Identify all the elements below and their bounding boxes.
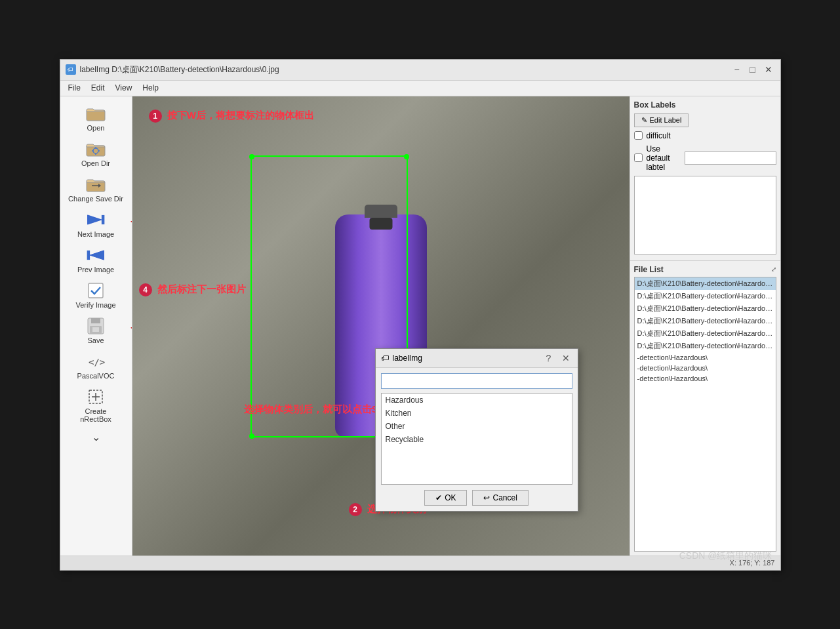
file-list-content[interactable]: D:\桌面\K210\Battery-detection\Hazardous\ … xyxy=(634,277,776,552)
ok-check-icon: ✔ xyxy=(435,493,442,502)
save-icon xyxy=(85,317,106,335)
dialog-question-button[interactable]: ? xyxy=(542,352,555,365)
file-list-expand-icon[interactable]: ⤢ xyxy=(771,266,776,273)
file-item-1[interactable]: D:\桌面\K210\Battery-detection\Hazardous\ xyxy=(635,290,776,302)
file-item-2[interactable]: D:\桌面\K210\Battery-detection\Hazardous\ xyxy=(635,302,776,315)
prev-image-button[interactable]: Prev Image xyxy=(60,243,132,276)
dialog-title-bar: 🏷 labelImg ? ✕ xyxy=(376,349,578,368)
labelimg-dialog: 🏷 labelImg ? ✕ Hazardous Kitchen Other R… xyxy=(375,348,578,512)
use-default-checkbox[interactable] xyxy=(634,153,643,162)
edit-icon: ✎ xyxy=(641,116,647,125)
dialog-list-item-recyclable[interactable]: Recyclable xyxy=(382,433,572,446)
create-nrect-box-icon xyxy=(85,388,106,406)
edit-label-button[interactable]: ✎ Edit Label xyxy=(634,113,689,127)
menu-file[interactable]: File xyxy=(63,82,86,94)
title-controls: − □ ✕ xyxy=(730,63,775,76)
next-image-icon xyxy=(85,211,106,229)
app-icon: 🏷 xyxy=(66,64,76,75)
csdn-watermark: CSDN @纸箱里的猫咪 xyxy=(679,550,772,562)
expand-button[interactable]: ⌄ xyxy=(60,428,132,446)
title-left: 🏷 labelImg D:\桌面\K210\Battery-detection\… xyxy=(66,64,279,75)
maximize-button[interactable]: □ xyxy=(746,63,759,76)
dialog-list[interactable]: Hazardous Kitchen Other Recyclable xyxy=(381,393,572,485)
use-default-row: Use default labtel xyxy=(634,144,776,172)
right-panel: Box Labels ✎ Edit Label difficult Use de… xyxy=(630,96,780,556)
file-item-0[interactable]: D:\桌面\K210\Battery-detection\Hazardous\ xyxy=(635,277,776,290)
pascal-voc-button[interactable]: </> PascalVOC xyxy=(60,350,132,382)
pascal-voc-icon: </> xyxy=(85,352,106,371)
dialog-controls: ? ✕ xyxy=(542,352,572,365)
pascal-voc-label: PascalVOC xyxy=(77,372,115,380)
dialog-buttons: ✔ OK ↩ Cancel xyxy=(381,490,572,506)
menu-help[interactable]: Help xyxy=(137,82,164,94)
save-label: Save xyxy=(87,336,104,344)
file-item-3[interactable]: D:\桌面\K210\Battery-detection\Hazardous\ xyxy=(635,315,776,327)
dialog-title-text: labelImg xyxy=(393,354,422,363)
svg-rect-13 xyxy=(87,250,90,259)
svg-rect-14 xyxy=(89,283,103,298)
dialog-list-item-other[interactable]: Other xyxy=(382,420,572,433)
next-image-button[interactable]: Next Image xyxy=(60,208,132,241)
dialog-cancel-button[interactable]: ↩ Cancel xyxy=(472,490,528,506)
close-button[interactable]: ✕ xyxy=(762,63,775,76)
box-labels-title: Box Labels xyxy=(634,100,776,110)
dialog-ok-button[interactable]: ✔ OK xyxy=(424,490,467,506)
prev-image-label: Prev Image xyxy=(77,266,114,274)
annotation-4-text: 然后标注下一张图片 xyxy=(157,283,246,294)
difficult-checkbox[interactable] xyxy=(634,131,643,140)
open-icon xyxy=(85,104,106,123)
file-item-8[interactable]: -detection\Hazardous\ xyxy=(635,373,776,384)
menu-edit[interactable]: Edit xyxy=(86,82,110,94)
minimize-button[interactable]: − xyxy=(730,63,744,76)
difficult-row: difficult xyxy=(634,131,776,140)
dialog-list-item-hazardous[interactable]: Hazardous xyxy=(382,394,572,407)
prev-image-icon xyxy=(85,246,106,264)
app-window: 🏷 labelImg D:\桌面\K210\Battery-detection\… xyxy=(60,59,781,571)
edit-label-text: Edit Label xyxy=(650,116,682,124)
dialog-list-item-kitchen[interactable]: Kitchen xyxy=(382,407,572,420)
sidebar: Open Open Dir xyxy=(60,96,132,556)
file-item-6[interactable]: -detection\Hazardous\ xyxy=(635,352,776,363)
svg-rect-18 xyxy=(92,327,99,332)
svg-text:</>: </> xyxy=(89,357,105,367)
annotation-4: 4 然后标注下一张图片 xyxy=(139,283,246,296)
change-save-dir-label: Change Save Dir xyxy=(68,195,123,203)
open-label: Open xyxy=(87,124,105,132)
svg-marker-10 xyxy=(88,214,102,224)
expand-icon: ⌄ xyxy=(92,431,100,443)
file-item-7[interactable]: -detection\Hazardous\ xyxy=(635,363,776,373)
cancel-label: Cancel xyxy=(492,493,517,502)
create-nrect-box-label: Create nRectBox xyxy=(80,407,111,423)
file-item-5[interactable]: D:\桌面\K210\Battery-detection\Hazardous\ xyxy=(635,340,776,352)
battery-top xyxy=(365,205,397,218)
change-save-dir-button[interactable]: Change Save Dir xyxy=(60,172,132,205)
cancel-undo-icon: ↩ xyxy=(483,493,490,502)
window-title: labelImg D:\桌面\K210\Battery-detection\Ha… xyxy=(80,64,279,75)
menu-bar: File Edit View Help xyxy=(60,81,780,96)
difficult-label: difficult xyxy=(647,131,671,140)
open-button[interactable]: Open xyxy=(60,102,132,134)
default-label-input[interactable] xyxy=(685,152,776,165)
annotation-1: 1 按下W后，将想要标注的物体框出 xyxy=(149,110,314,123)
use-default-label: Use default labtel xyxy=(647,144,681,172)
file-item-4[interactable]: D:\桌面\K210\Battery-detection\Hazardous\ xyxy=(635,327,776,340)
svg-rect-16 xyxy=(91,318,100,323)
dialog-close-button[interactable]: ✕ xyxy=(559,352,572,365)
next-image-label: Next Image xyxy=(77,230,114,238)
dialog-search-input[interactable] xyxy=(381,373,572,389)
svg-marker-12 xyxy=(90,250,104,259)
annotation-1-text: 按下W后，将想要标注的物体框出 xyxy=(167,110,314,121)
svg-rect-11 xyxy=(102,214,104,224)
verify-image-label: Verify Image xyxy=(75,301,115,309)
status-bar: X: 176; Y: 187 xyxy=(60,556,780,570)
file-list-title: File List xyxy=(634,265,664,274)
box-labels-section: Box Labels ✎ Edit Label difficult Use de… xyxy=(630,96,780,261)
verify-image-button[interactable]: Verify Image xyxy=(60,279,132,312)
dialog-app-icon: 🏷 xyxy=(381,354,389,363)
file-list-header: File List ⤢ xyxy=(634,265,776,274)
labels-textarea[interactable] xyxy=(634,176,776,254)
menu-view[interactable]: View xyxy=(110,82,138,94)
open-dir-button[interactable]: Open Dir xyxy=(60,137,132,170)
save-button[interactable]: Save xyxy=(60,314,132,347)
create-nrect-box-button[interactable]: Create nRectBox xyxy=(60,385,132,426)
